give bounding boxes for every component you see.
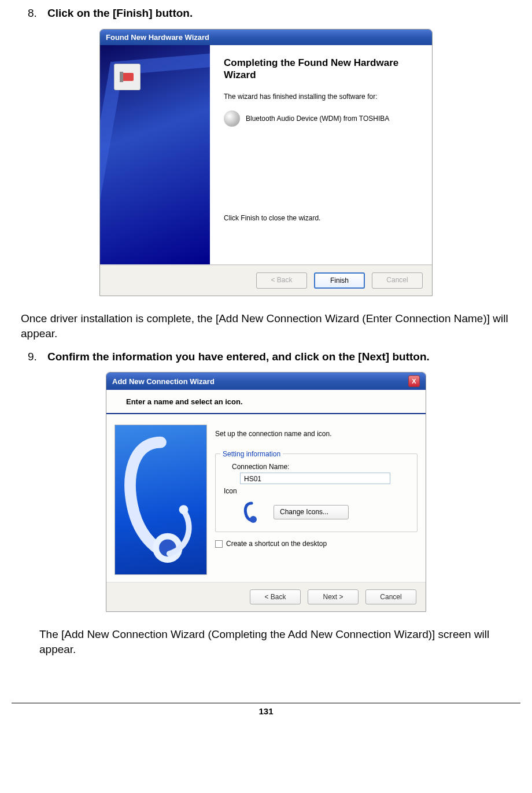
wizard-body: Completing the Found New Hardware Wizard… bbox=[100, 45, 432, 265]
finish-button[interactable]: Finish bbox=[314, 272, 365, 289]
hardware-icon bbox=[114, 64, 141, 90]
cancel-button[interactable]: Cancel bbox=[372, 272, 423, 289]
icon-label: Icon bbox=[224, 486, 409, 496]
step-8: 8. Click on the [Finish] button. bbox=[28, 6, 520, 21]
wizard-body: Set up the connection name and icon. Set… bbox=[106, 414, 426, 582]
wizard-header: Enter a name and select an icon. bbox=[106, 390, 426, 414]
paragraph: The [Add New Connection Wizard (Completi… bbox=[39, 627, 520, 656]
next-button[interactable]: Next > bbox=[308, 589, 359, 604]
device-row: Bluetooth Audio Device (WDM) from TOSHIB… bbox=[224, 110, 418, 127]
close-hint: Click Finish to close the wizard. bbox=[224, 213, 418, 223]
window-title: Found New Hardware Wizard bbox=[106, 32, 209, 43]
svg-rect-1 bbox=[120, 72, 123, 82]
group-legend: Setting information bbox=[220, 449, 283, 459]
wizard-subtext: The wizard has finished installing the s… bbox=[224, 92, 418, 101]
connection-name-input[interactable]: HS01 bbox=[240, 473, 390, 484]
step-text: Confirm the information you have entered… bbox=[47, 349, 430, 364]
step-text: Click on the [Finish] button. bbox=[47, 6, 193, 21]
change-icons-button[interactable]: Change Icons... bbox=[274, 505, 349, 519]
connection-name-label: Connection Name: bbox=[232, 462, 409, 471]
device-label: Bluetooth Audio Device (WDM) from TOSHIB… bbox=[246, 114, 389, 123]
wizard-side-graphic bbox=[114, 425, 207, 575]
found-new-hardware-window: Found New Hardware Wizard Completing the… bbox=[99, 29, 433, 297]
footer-rule bbox=[12, 703, 520, 703]
titlebar: Add New Connection Wizard X bbox=[106, 372, 426, 390]
wizard-buttons: < Back Finish Cancel bbox=[100, 265, 432, 296]
svg-point-4 bbox=[179, 505, 189, 514]
icon-preview bbox=[240, 500, 263, 523]
add-new-connection-window: Add New Connection Wizard X Enter a name… bbox=[106, 372, 426, 612]
back-button[interactable]: < Back bbox=[256, 272, 307, 289]
wizard-heading: Completing the Found New Hardware Wizard bbox=[224, 57, 418, 82]
step-number: 8. bbox=[28, 6, 42, 21]
hint-text: Set up the connection name and icon. bbox=[215, 429, 418, 438]
close-icon[interactable]: X bbox=[408, 375, 420, 387]
window-title: Add New Connection Wizard bbox=[112, 377, 215, 387]
cancel-button[interactable]: Cancel bbox=[365, 589, 416, 604]
shortcut-label: Create a shortcut on the desktop bbox=[226, 539, 327, 548]
titlebar: Found New Hardware Wizard bbox=[100, 29, 432, 46]
icon-row: Change Icons... bbox=[240, 500, 409, 523]
step-9: 9. Confirm the information you have ente… bbox=[28, 349, 520, 364]
back-button[interactable]: < Back bbox=[250, 589, 301, 604]
paragraph: Once driver installation is complete, th… bbox=[21, 311, 520, 341]
step-number: 9. bbox=[28, 349, 42, 364]
speaker-icon bbox=[224, 110, 240, 127]
header-text: Enter a name and select an icon. bbox=[126, 397, 413, 407]
screenshot-add-new-connection: Add New Connection Wizard X Enter a name… bbox=[12, 372, 520, 612]
setting-information-group: Setting information Connection Name: HS0… bbox=[215, 453, 418, 532]
wizard-side-graphic bbox=[100, 45, 210, 264]
document-page: 8. Click on the [Finish] button. Found N… bbox=[12, 0, 520, 718]
wizard-main: Completing the Found New Hardware Wizard… bbox=[210, 45, 432, 264]
wizard-buttons: < Back Next > Cancel bbox=[106, 582, 426, 611]
shortcut-row: Create a shortcut on the desktop bbox=[215, 539, 418, 548]
wizard-main: Set up the connection name and icon. Set… bbox=[215, 425, 426, 575]
shortcut-checkbox[interactable] bbox=[215, 540, 223, 548]
page-number: 131 bbox=[12, 706, 520, 717]
screenshot-found-new-hardware: Found New Hardware Wizard Completing the… bbox=[12, 29, 520, 297]
svg-point-5 bbox=[250, 516, 257, 523]
